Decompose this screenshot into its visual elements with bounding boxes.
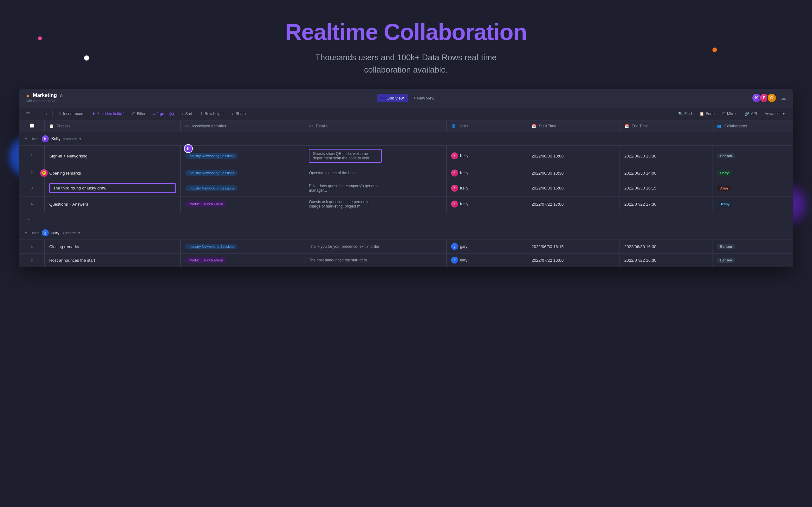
filter-button[interactable]: ⊟ Filter xyxy=(129,110,149,118)
group-chevron-gary[interactable]: ▼ xyxy=(24,231,28,235)
form-button[interactable]: 📋 Form xyxy=(696,110,718,118)
details-cell-g2[interactable]: The host announced the start of th xyxy=(304,253,447,267)
row-height-button[interactable]: ⇕ Row height xyxy=(197,110,227,118)
process-cell-2[interactable]: Opening remarks 😊 xyxy=(45,166,181,180)
host-cell-4[interactable]: K Kelly xyxy=(446,196,527,212)
app-title-text: Marketing xyxy=(33,93,57,98)
avatar-3: G xyxy=(767,93,776,103)
table-row[interactable]: 2 Opening remarks 😊 Industry Networking … xyxy=(19,166,793,180)
group-avatar-kelly: K xyxy=(42,135,49,142)
group-row-kelly: ▼ Hosts K Kelly 4 records ▼ xyxy=(19,132,793,146)
host-avatar-g1: g xyxy=(451,243,458,250)
find-button[interactable]: 🔍 Find xyxy=(675,110,695,118)
start-cell-3[interactable]: 2022/06/30 16:00 xyxy=(527,180,620,196)
process-cell-g2[interactable]: Host announces the start xyxy=(45,253,181,267)
collab-cell-g2[interactable]: Benson xyxy=(712,253,793,267)
details-cell-1[interactable]: Guests show QR code, welcome department … xyxy=(304,146,447,166)
activity-cell-g2[interactable]: Product Launch Event xyxy=(181,253,304,267)
details-cell-3[interactable]: Prize draw guest: the company's general … xyxy=(304,180,447,196)
activity-cell-2[interactable]: Industry Networking Sessions xyxy=(181,166,304,180)
details-col-icon: Aз xyxy=(309,124,313,128)
sort-button[interactable]: ↕ Sort xyxy=(179,110,195,118)
details-cell-2[interactable]: Opening speech of the host xyxy=(304,166,447,180)
activity-cell-1[interactable]: Industry Networking Sessions xyxy=(181,146,304,166)
add-description-link[interactable]: Add a description xyxy=(26,99,63,103)
process-cell-4[interactable]: Questions + Answers xyxy=(45,196,181,212)
process-cell-1[interactable]: Sign-in + Networking xyxy=(45,146,181,166)
api-icon: 🔗 xyxy=(745,112,749,116)
group-count-gary: 3 records ▼ xyxy=(62,231,81,235)
end-cell-2[interactable]: 2022/06/30 14:00 xyxy=(619,166,712,180)
process-cell-3[interactable]: The third round of lucky draw xyxy=(45,180,181,196)
collab-cell-2[interactable]: Harry xyxy=(712,166,793,180)
activity-cell-4[interactable]: Product Launch Event xyxy=(181,196,304,212)
mirror-icon: ⊡ xyxy=(722,112,725,116)
api-button[interactable]: 🔗 API xyxy=(741,110,760,118)
process-cell-g1[interactable]: Closing remarks xyxy=(45,240,181,253)
host-cell-1[interactable]: K Kelly xyxy=(446,146,527,166)
hero-section: Realtime Collaboration Thousands users a… xyxy=(0,0,812,89)
table-row[interactable]: 2 Host announces the start Product Launc… xyxy=(19,253,793,267)
start-col-icon: 📅 xyxy=(531,124,536,128)
share-button[interactable]: ◁ Share xyxy=(228,110,249,118)
activity-cell-g1[interactable]: Industry Networking Sessions xyxy=(181,240,304,253)
eye-icon: 👁 xyxy=(92,112,96,116)
host-avatar-2: K xyxy=(451,170,458,176)
details-cell-4[interactable]: Guests ask questions, the person in char… xyxy=(304,196,447,212)
host-cell-g1[interactable]: g gary xyxy=(446,240,527,253)
insert-icon: ⊕ xyxy=(58,112,61,116)
end-cell-3[interactable]: 2022/06/30 16:15 xyxy=(619,180,712,196)
group-button[interactable]: ≡ 1 group(s) xyxy=(150,110,177,118)
toolbar-back-button[interactable]: ← xyxy=(33,110,41,118)
end-cell-g1[interactable]: 2022/06/30 16:30 xyxy=(619,240,712,253)
end-cell-1[interactable]: 2022/06/30 13:30 xyxy=(619,146,712,166)
group-chevron-kelly[interactable]: ▼ xyxy=(24,136,28,141)
col-header-start-time: 📅 Start Time xyxy=(527,120,620,132)
mirror-button[interactable]: ⊡ Mirror xyxy=(719,110,740,118)
col-checkbox[interactable] xyxy=(19,120,45,132)
hidden-fields-button[interactable]: 👁 3 hidden field(s) xyxy=(89,110,128,118)
app-header: ▲ Marketing ☆ Add a description ⊞ Grid v… xyxy=(19,89,793,107)
host-cell-2[interactable]: K Kelly xyxy=(446,166,527,180)
start-cell-1[interactable]: 2022/06/30 13:00 xyxy=(527,146,620,166)
end-cell-4[interactable]: 2022/07/22 17:30 xyxy=(619,196,712,212)
table-row[interactable]: 3 The third round of lucky draw Industry… xyxy=(19,180,793,196)
search-icon: 🔍 xyxy=(678,112,683,116)
row-number-1: 1 xyxy=(19,146,45,166)
collab-cell-4[interactable]: Jenny xyxy=(712,196,793,212)
warning-icon: ▲ xyxy=(26,93,31,98)
cloud-sync-icon[interactable]: ☁ xyxy=(780,94,786,102)
row-number-g1: 1 xyxy=(19,240,45,253)
host-cell-3[interactable]: K Kelly xyxy=(446,180,527,196)
add-row-button-group1[interactable]: ＋ xyxy=(24,215,34,223)
col-header-process: 📋 Process xyxy=(45,120,181,132)
star-icon[interactable]: ☆ xyxy=(59,93,63,98)
hero-title: Realtime Collaboration xyxy=(6,19,806,45)
activity-cell-3[interactable]: Industry Networking Sessions xyxy=(181,180,304,196)
grid-icon: ⊞ xyxy=(382,96,385,100)
table-row[interactable]: 4 Questions + Answers Product Launch Eve… xyxy=(19,196,793,212)
end-cell-g2[interactable]: 2022/07/22 16:30 xyxy=(619,253,712,267)
select-all-checkbox[interactable] xyxy=(30,124,34,128)
toolbar-menu-button[interactable]: ☰ xyxy=(24,110,32,118)
toolbar-forward-button[interactable]: → xyxy=(42,110,50,118)
start-cell-g2[interactable]: 2022/07/22 16:00 xyxy=(527,253,620,267)
advanced-button[interactable]: Advanced ▾ xyxy=(762,110,788,118)
insert-record-button[interactable]: ⊕ Insert record xyxy=(55,110,88,118)
table-row[interactable]: 1 Sign-in + Networking Industry Networki… xyxy=(19,146,793,166)
table-header: 📋 Process 🗂 Associated Activities Aз Det… xyxy=(19,120,793,132)
toolbar-divider-1 xyxy=(52,111,53,117)
collab-cell-1[interactable]: Benson xyxy=(712,146,793,166)
table-row[interactable]: 1 Closing remarks Industry Networking Se… xyxy=(19,240,793,253)
collab-cell-3[interactable]: Allen xyxy=(712,180,793,196)
details-cell-g1[interactable]: Thank you for your presence, exit in ord… xyxy=(304,240,447,253)
group-avatar-gary: g xyxy=(42,229,49,236)
collab-cell-g1[interactable]: Benson xyxy=(712,240,793,253)
table-wrapper: 📋 Process 🗂 Associated Activities Aз Det… xyxy=(19,120,793,267)
new-view-button[interactable]: + New view xyxy=(409,94,438,102)
start-cell-2[interactable]: 2022/06/30 13:30 xyxy=(527,166,620,180)
start-cell-4[interactable]: 2022/07/22 17:00 xyxy=(527,196,620,212)
start-cell-g1[interactable]: 2022/06/30 16:15 xyxy=(527,240,620,253)
tab-grid-view[interactable]: ⊞ Grid view xyxy=(377,94,408,102)
host-cell-g2[interactable]: g gary xyxy=(446,253,527,267)
